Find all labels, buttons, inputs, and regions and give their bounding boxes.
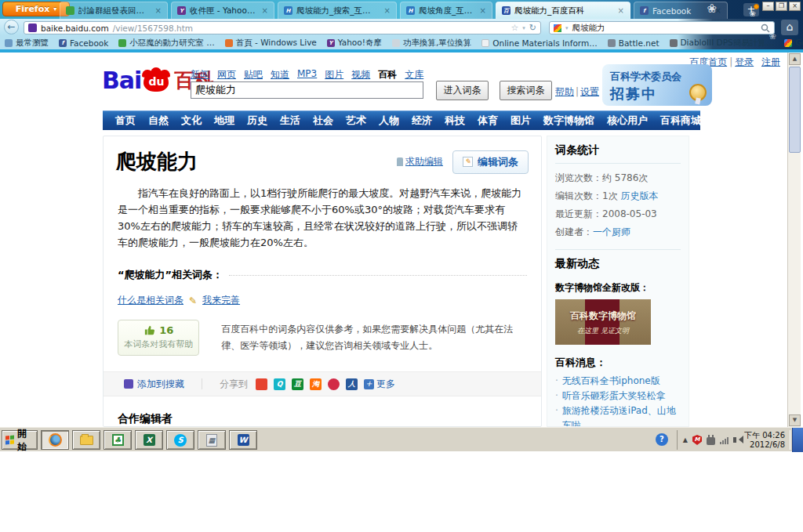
close-tab-icon[interactable]: × [618, 6, 624, 15]
douban-share-icon[interactable]: 豆 [292, 378, 303, 390]
bookmark-windows-live[interactable]: 首頁 - Windows Live [225, 38, 317, 49]
service-zhidao[interactable]: 知道 [271, 68, 289, 81]
taskbar-skype-button[interactable]: S [166, 430, 194, 450]
service-tieba[interactable]: 贴吧 [244, 68, 263, 81]
tab-yahoo-mail[interactable]: Y 收件匣 - Yahoo! 奇摩電子… × [171, 2, 274, 19]
enter-entry-button[interactable]: 进入词条 [436, 81, 489, 100]
nav-society[interactable]: 社会 [307, 114, 340, 128]
nav-home[interactable]: 首页 [109, 114, 142, 128]
taskbar-calculator-button[interactable]: ▦ [198, 430, 226, 450]
improve-link[interactable]: 我来完善 [202, 294, 240, 307]
nav-core-users[interactable]: 核心用户 [601, 114, 654, 128]
chevron-down-icon[interactable]: ▾ [565, 25, 569, 31]
settings-link[interactable]: 设置 [580, 86, 599, 97]
nav-baike-mall[interactable]: 百科商城 [654, 114, 707, 128]
mcafee-icon[interactable]: M [692, 435, 702, 445]
nav-culture[interactable]: 文化 [175, 114, 208, 128]
service-wenku[interactable]: 文库 [405, 68, 423, 81]
nav-sports[interactable]: 体育 [471, 114, 504, 128]
renren-share-icon[interactable]: 人 [346, 378, 358, 390]
tab-facebook[interactable]: f Facebook × [634, 2, 728, 19]
service-web[interactable]: 网页 [217, 68, 236, 81]
taskbar-firefox-button[interactable] [41, 430, 69, 450]
close-tab-icon[interactable]: × [262, 6, 268, 15]
service-image[interactable]: 图片 [325, 68, 343, 81]
what-is-related-link[interactable]: 什么是相关词条 [118, 294, 183, 307]
bookmark-facebook[interactable]: fFacebook [59, 38, 108, 48]
scrollbar[interactable]: ▲ ▼ [787, 52, 801, 427]
qzone-share-icon[interactable]: Q [274, 378, 285, 390]
close-tab-icon[interactable]: × [155, 6, 162, 15]
taskbar-excel-button[interactable]: X [135, 430, 163, 450]
close-tab-icon[interactable]: × [715, 6, 721, 15]
scroll-up-arrow[interactable]: ▲ [789, 53, 801, 65]
nav-people[interactable]: 人物 [372, 114, 405, 128]
start-button[interactable]: 開始 [2, 430, 38, 450]
restore-button[interactable]: ❐ [776, 2, 787, 11]
nav-economy[interactable]: 经济 [405, 114, 438, 128]
digital-museum-banner[interactable]: 百科数字博物馆 在这里 见证文明 [555, 299, 651, 345]
nav-technology[interactable]: 科技 [438, 114, 471, 128]
search-icon[interactable] [761, 24, 770, 33]
bookmark-yahoo[interactable]: YYahoo!奇摩 [327, 38, 382, 49]
url-bar[interactable]: baike.baidu.com/view/1567598.htm ☆ ▾ ↻ [24, 21, 541, 34]
network-signal-icon[interactable] [720, 436, 729, 444]
bookmark-diablo-dps[interactable]: DiabloIII DPS簡易計算… [670, 38, 775, 49]
bookmark-star-icon[interactable]: ☆ [511, 23, 518, 33]
tab-baidu-baike-active[interactable]: 百 爬坡能力_百度百科 × [496, 2, 630, 19]
back-button[interactable]: ← [4, 20, 19, 34]
nav-nature[interactable]: 自然 [142, 114, 175, 128]
reload-icon[interactable]: ↻ [529, 23, 536, 33]
news-link[interactable]: 旅游抢楼活动送iPad、山地车啦 [562, 404, 681, 427]
creator-link[interactable]: 一个厨师 [593, 226, 630, 237]
recruit-banner[interactable]: 百科学术委员会 招募中 [602, 64, 712, 106]
edit-entry-button[interactable]: ✎ 编辑词条 [452, 150, 529, 174]
add-to-favorites-link[interactable]: 添加到搜藏 [124, 378, 184, 391]
nav-images[interactable]: 图片 [504, 114, 537, 128]
taskbar-explorer-button[interactable] [72, 430, 100, 450]
bookmark-mobile01[interactable]: 小惡魔的動力研究室 … [118, 38, 214, 49]
login-link[interactable]: 登录 [735, 56, 754, 67]
taskbar-word-button[interactable]: W [229, 430, 257, 450]
register-link[interactable]: 注册 [761, 56, 780, 67]
history-versions-link[interactable]: 历史版本 [620, 190, 658, 201]
search-entry-button[interactable]: 搜索词条 [500, 81, 552, 100]
service-video[interactable]: 视频 [351, 68, 370, 81]
minimize-button[interactable]: – [762, 2, 774, 11]
kaixin-share-icon[interactable] [328, 378, 340, 390]
service-baike-current[interactable]: 百科 [378, 68, 397, 81]
power-plug-icon[interactable] [707, 437, 715, 445]
show-desktop-strip[interactable] [792, 428, 803, 452]
nav-life[interactable]: 生活 [274, 114, 307, 128]
service-mp3[interactable]: MP3 [297, 68, 317, 81]
nav-geography[interactable]: 地理 [208, 114, 241, 128]
bookmark-google-translate[interactable]: Google 翻譯 [784, 38, 803, 49]
show-hidden-icons-chevron[interactable]: ▲ [683, 436, 688, 443]
close-window-button[interactable]: × [789, 2, 801, 11]
bookmark-online-materials[interactable]: Online Materials Inform… [481, 38, 597, 48]
tab-hudong-search[interactable]: H 爬坡能力_搜索_互动百科 × [278, 2, 397, 19]
help-edit-link[interactable]: 求助编辑 [397, 155, 443, 168]
sina-weibo-share-icon[interactable] [256, 378, 267, 390]
news-link[interactable]: 无线百科全书iphone版 [562, 374, 660, 389]
baike-search-input[interactable] [191, 81, 423, 99]
tab-hudong-angle[interactable]: H 爬坡角度_互动百科 × [400, 2, 492, 19]
share-more-link[interactable]: +更多 [364, 378, 395, 391]
close-tab-icon[interactable]: × [384, 6, 391, 15]
scrollbar-thumb[interactable] [789, 67, 801, 153]
nav-history[interactable]: 历史 [241, 114, 274, 128]
chevron-down-icon[interactable]: ▾ [522, 25, 525, 31]
tab-mobile01[interactable]: 討論群組發表回覆 - Mobile01 × [60, 2, 168, 19]
close-tab-icon[interactable]: × [480, 6, 486, 15]
bookmark-power-converter[interactable]: 功率換算,單位換算 [392, 38, 471, 49]
taobao-share-icon[interactable]: 淘 [310, 378, 322, 390]
help-link[interactable]: 帮助 [555, 86, 574, 97]
help-tray-button[interactable]: ? [656, 433, 668, 446]
nav-digital-museum[interactable]: 数字博物馆 [537, 114, 601, 128]
news-link[interactable]: 听音乐砸彩蛋大奖轻松拿 [562, 389, 666, 404]
taskbar-ime-button[interactable]: ♣ [104, 430, 132, 450]
tray-clock[interactable]: 下午 04:26 2012/6/8 [744, 431, 785, 450]
bookmark-most-visited[interactable]: 最常瀏覽 [5, 38, 49, 49]
browser-search-box[interactable]: ▾ 爬坡能力 [549, 21, 775, 34]
service-news[interactable]: 新闻 [191, 68, 209, 81]
